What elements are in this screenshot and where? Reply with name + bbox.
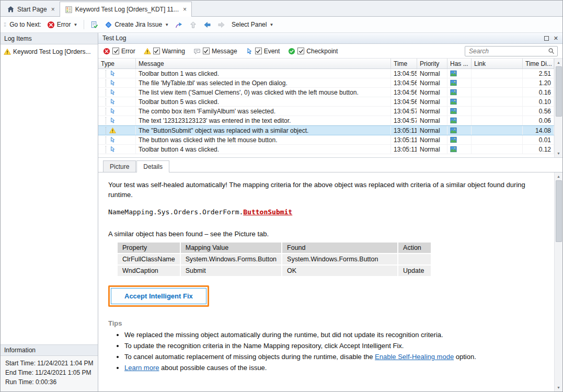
log-grid-scrollbar[interactable]: ▲ ▼ <box>554 59 562 157</box>
scroll-up-icon[interactable]: ▲ <box>557 172 560 180</box>
log-row-type <box>98 97 136 106</box>
log-row-link <box>472 126 523 135</box>
close-panel-icon[interactable]: ✕ <box>554 36 558 41</box>
details-pane: Your test was self-healed automatically!… <box>98 172 562 391</box>
picture-icon <box>450 136 457 143</box>
log-row-type <box>98 88 136 97</box>
tips-list: We replaced the missing object automatic… <box>108 330 538 373</box>
log-row-has-picture <box>447 145 472 154</box>
event-icon <box>109 89 116 96</box>
warning-icon <box>144 48 151 55</box>
column-header-time[interactable]: Time <box>391 59 417 68</box>
column-header-msg[interactable]: Message <box>136 59 391 68</box>
close-tab-icon[interactable]: × <box>51 6 55 13</box>
log-row-time: 13:04:57 <box>391 107 417 116</box>
post-issue-button[interactable] <box>173 19 186 30</box>
log-items-title: Log Items <box>4 35 32 42</box>
log-row-message: The "ButtonSubmit" object was replaced w… <box>136 126 391 135</box>
filter-checkpoint: Checkpoint <box>288 48 338 55</box>
tab-details[interactable]: Details <box>136 160 169 172</box>
toolbar-grip[interactable]: ⁞⁞ <box>4 21 6 28</box>
log-row-message: Toolbar button 5 was clicked. <box>136 97 391 106</box>
export-results-button[interactable] <box>88 19 101 30</box>
filter-checkbox-warning[interactable] <box>153 48 160 54</box>
tip-link[interactable]: Learn more <box>124 364 159 372</box>
scroll-thumb[interactable] <box>556 180 562 242</box>
information-line: End Time: 11/24/2021 1:05 PM <box>5 369 93 376</box>
scroll-down-icon[interactable]: ▼ <box>557 149 560 157</box>
picture-icon <box>450 108 457 114</box>
tab-picture-label: Picture <box>110 163 129 170</box>
column-header-type[interactable]: Type <box>98 59 136 68</box>
log-row-link <box>472 107 523 116</box>
go-forward-button[interactable] <box>215 19 228 30</box>
picture-icon <box>450 70 457 77</box>
log-row[interactable]: The file 'MyTable.tbl' was selected in t… <box>98 78 562 88</box>
tree-item-label: Keyword Test Log [Orders... <box>13 48 91 55</box>
search-box[interactable] <box>465 46 558 56</box>
log-row[interactable]: The "ButtonSubmit" object was replaced w… <box>98 125 562 135</box>
column-header-has[interactable]: Has ... <box>447 59 472 68</box>
log-row-priority: Normal <box>417 116 447 125</box>
scroll-thumb[interactable] <box>556 66 562 117</box>
column-header-pri[interactable]: Priority <box>417 59 447 68</box>
go-up-button[interactable] <box>187 19 200 30</box>
details-scrollbar[interactable]: ▲ ▼ <box>554 172 562 391</box>
accept-intelligent-fix-button[interactable]: Accept Intelligent Fix <box>111 288 206 304</box>
log-row-has-picture <box>447 126 472 135</box>
details-content: Your test was self-healed automatically!… <box>98 172 562 372</box>
event-icon <box>109 98 116 105</box>
log-row-priority: Normal <box>417 97 447 106</box>
error-button-label: Error <box>57 21 71 28</box>
filter-label-error: Error <box>121 48 135 55</box>
mapping-prefix: NameMapping.Sys.Orders.OrderForm. <box>108 208 243 216</box>
tip-text: option. <box>454 353 476 361</box>
comparison-table: PropertyMapping ValueFoundAction ClrFull… <box>117 241 432 277</box>
log-row-priority: Normal <box>417 135 447 144</box>
log-row[interactable]: Toolbar button 1 was clicked.13:04:55Nor… <box>98 69 562 78</box>
go-back-button[interactable] <box>201 19 214 30</box>
log-row[interactable]: Toolbar button 5 was clicked.13:04:56Nor… <box>98 97 562 107</box>
log-row[interactable]: The combo box item 'FamilyAlbum' was sel… <box>98 107 562 116</box>
filter-checkbox-event[interactable] <box>255 48 262 54</box>
log-row-message: The button was clicked with the left mou… <box>136 135 391 144</box>
log-row-link <box>472 69 523 78</box>
close-tab-icon[interactable]: × <box>183 6 187 13</box>
log-row-time: 13:04:55 <box>391 69 417 78</box>
search-input[interactable] <box>468 47 548 55</box>
log-row[interactable]: The list view item ('Samuel Clemens', 0)… <box>98 88 562 97</box>
mapping-path-line: NameMapping.Sys.Orders.OrderForm.ButtonS… <box>108 208 538 216</box>
go-to-next-error-button[interactable]: Error ▼ <box>44 19 81 30</box>
column-header-link[interactable]: Link <box>472 59 523 68</box>
error-icon <box>47 21 55 29</box>
tree-connector <box>106 108 106 115</box>
information-line: Start Time: 11/24/2021 1:04 PM <box>5 360 93 367</box>
float-panel-icon[interactable] <box>544 36 549 41</box>
tab-start-page[interactable]: Start Page × <box>2 2 60 16</box>
filter-checkbox-checkpoint[interactable] <box>297 48 304 54</box>
chevron-down-icon: ▼ <box>165 22 169 27</box>
test-log-panel: Test Log ✕ ErrorWarningMessageEventCheck… <box>98 33 562 391</box>
log-row[interactable]: The button was clicked with the left mou… <box>98 135 562 145</box>
log-row[interactable]: Toolbar button 4 was clicked.13:05:11Nor… <box>98 145 562 154</box>
tab-label: Start Page <box>17 6 47 13</box>
log-grid-header: TypeMessageTimePriorityHas ...LinkTime D… <box>98 59 562 69</box>
comparison-cell: Submit <box>181 266 281 276</box>
detail-tabs: Picture Details <box>98 160 562 172</box>
scroll-up-icon[interactable]: ▲ <box>557 59 560 66</box>
comparison-header-row: PropertyMapping ValueFoundAction <box>118 243 431 253</box>
event-icon <box>109 136 116 143</box>
scroll-down-icon[interactable]: ▼ <box>557 384 560 391</box>
log-row-time: 13:05:11 <box>391 126 417 135</box>
filter-warning: Warning <box>144 48 185 55</box>
filter-checkbox-error[interactable] <box>112 48 119 54</box>
tab-keyword-test-log[interactable]: Keyword Test Log [Orders_KDT] 11... × <box>60 2 192 17</box>
log-row[interactable]: The text '123123123123' was entered in t… <box>98 116 562 125</box>
tab-picture[interactable]: Picture <box>103 160 136 172</box>
create-jira-issue-button[interactable]: Create Jira Issue ▼ <box>102 19 171 30</box>
tip-link[interactable]: Enable Self-Healing mode <box>375 353 454 361</box>
select-panel-button[interactable]: Select Panel ▼ <box>229 19 276 30</box>
filter-checkbox-message[interactable] <box>203 48 210 54</box>
column-header-tdiff[interactable]: Time Di... <box>523 59 554 68</box>
tree-item-keyword-test-log[interactable]: Keyword Test Log [Orders... <box>2 47 97 56</box>
